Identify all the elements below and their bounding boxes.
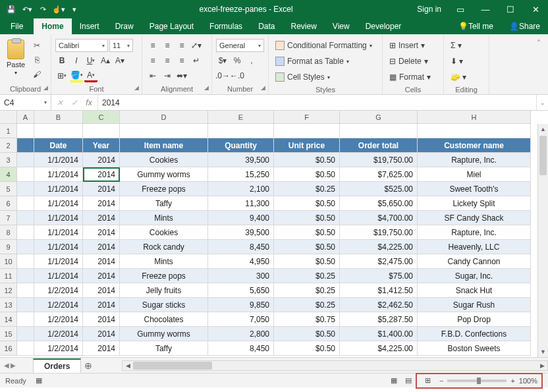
cell[interactable]: $5,650.00 — [340, 196, 418, 211]
cell[interactable]: 1/2/2014 — [34, 312, 83, 327]
cell[interactable]: $19,750.00 — [340, 153, 418, 167]
cell[interactable]: Freeze pops — [120, 182, 208, 196]
row-header-12[interactable]: 12 — [0, 283, 17, 298]
cell[interactable]: $5,287.50 — [340, 312, 418, 327]
horizontal-scrollbar[interactable]: ◀ ▶ — [122, 360, 548, 371]
cell[interactable]: $1,412.50 — [340, 283, 418, 298]
increase-font-icon[interactable]: A▴ — [99, 54, 112, 67]
row-header-4[interactable]: 4 — [0, 167, 17, 182]
cell[interactable]: Sugar sticks — [120, 298, 208, 312]
paste-button[interactable]: Paste ▾ — [4, 37, 28, 84]
align-bottom-icon[interactable]: ≡ — [175, 39, 188, 52]
cell[interactable]: Sugar, Inc. — [418, 269, 531, 283]
cell[interactable]: $7,625.00 — [340, 167, 418, 182]
tab-page-layout[interactable]: Page Layout — [142, 18, 202, 34]
page-layout-view-icon[interactable]: ▤ — [401, 375, 416, 387]
bold-button[interactable]: B — [55, 54, 68, 67]
cut-icon[interactable]: ✂ — [30, 40, 43, 51]
cell[interactable]: 2,800 — [208, 327, 274, 341]
col-header-C[interactable]: C — [83, 111, 120, 124]
cell[interactable]: Cookies — [120, 153, 208, 167]
cell[interactable] — [120, 124, 208, 138]
cell[interactable] — [17, 124, 34, 138]
cell[interactable]: Order total — [340, 138, 418, 153]
currency-icon[interactable]: $▾ — [216, 54, 229, 67]
cell[interactable]: $0.25 — [274, 298, 340, 312]
row-header-10[interactable]: 10 — [0, 254, 17, 269]
cell[interactable]: Cookies — [120, 225, 208, 240]
sign-in-button[interactable]: Sign in — [410, 0, 448, 18]
cell[interactable]: $0.50 — [274, 254, 340, 269]
cell[interactable]: Mints — [120, 254, 208, 269]
cell[interactable] — [418, 124, 531, 138]
alignment-launcher-icon[interactable]: ◢ — [202, 84, 210, 92]
row-header-6[interactable]: 6 — [0, 196, 17, 211]
cell[interactable]: Rock candy — [120, 240, 208, 254]
page-break-view-icon[interactable]: ⊞ — [421, 375, 435, 387]
tab-draw[interactable]: Draw — [107, 18, 142, 34]
cell[interactable]: 2014 — [83, 182, 120, 196]
cell[interactable]: 8,450 — [208, 341, 274, 356]
cell[interactable]: 2014 — [83, 153, 120, 167]
cell[interactable]: 7,050 — [208, 312, 274, 327]
cell[interactable]: 1/2/2014 — [34, 327, 83, 341]
cell[interactable]: 2014 — [83, 269, 120, 283]
comma-icon[interactable]: , — [245, 54, 258, 67]
cell[interactable]: Heavenly, LLC — [418, 240, 531, 254]
cell[interactable]: $2,475.00 — [340, 254, 418, 269]
cell[interactable]: $0.50 — [274, 211, 340, 225]
cell[interactable]: Lickety Split — [418, 196, 531, 211]
cell[interactable] — [17, 196, 34, 211]
tab-developer[interactable]: Developer — [358, 18, 410, 34]
cell[interactable]: 4,950 — [208, 254, 274, 269]
normal-view-icon[interactable]: ▦ — [387, 375, 401, 387]
touch-mode-icon[interactable]: ☝▾ — [51, 2, 66, 16]
cell[interactable]: Customer name — [418, 138, 531, 153]
format-as-table-button[interactable]: Format as Table▾ — [273, 54, 378, 69]
collapse-ribbon-icon[interactable]: ˄ — [532, 37, 545, 50]
expand-formula-icon[interactable]: ⌄ — [536, 95, 548, 110]
cell[interactable]: $4,225.00 — [340, 240, 418, 254]
clipboard-launcher-icon[interactable]: ◢ — [41, 84, 49, 92]
tab-insert[interactable]: Insert — [72, 18, 107, 34]
cell[interactable] — [83, 124, 120, 138]
orientation-icon[interactable]: ⤢▾ — [190, 39, 203, 52]
row-header-11[interactable]: 11 — [0, 269, 17, 283]
tab-data[interactable]: Data — [250, 18, 283, 34]
cell[interactable]: $75.00 — [340, 269, 418, 283]
cell[interactable] — [34, 124, 83, 138]
delete-cells-button[interactable]: ⊟ Delete ▾ — [387, 54, 439, 69]
cell[interactable]: Candy Cannon — [418, 254, 531, 269]
align-right-icon[interactable]: ≡ — [175, 54, 188, 67]
underline-button[interactable]: U▾ — [84, 54, 97, 67]
cell[interactable]: 1/1/2014 — [34, 196, 83, 211]
cancel-formula-icon[interactable]: ✕ — [54, 98, 66, 107]
cell[interactable]: $0.50 — [274, 240, 340, 254]
cell[interactable]: Pop Drop — [418, 312, 531, 327]
row-header-8[interactable]: 8 — [0, 225, 17, 240]
cell[interactable] — [340, 124, 418, 138]
cell[interactable]: Date — [34, 138, 83, 153]
number-format-combo[interactable]: General▾ — [216, 39, 264, 52]
col-header-B[interactable]: B — [34, 111, 83, 124]
autosum-button[interactable]: Σ ▾ — [448, 38, 485, 53]
scroll-down-icon[interactable]: ▼ — [538, 347, 548, 357]
cell[interactable]: 2,100 — [208, 182, 274, 196]
cell[interactable]: 9,400 — [208, 211, 274, 225]
cell[interactable]: 1/2/2014 — [34, 341, 83, 356]
qat-customize-icon[interactable]: ▾ — [67, 2, 82, 16]
zoom-level[interactable]: 100% — [519, 377, 537, 385]
clear-button[interactable]: 🧽 ▾ — [448, 70, 485, 84]
tab-formulas[interactable]: Formulas — [202, 18, 250, 34]
cell[interactable]: 2014 — [83, 312, 120, 327]
format-painter-icon[interactable]: 🖌 — [30, 69, 43, 80]
cell[interactable]: Rapture, Inc. — [418, 225, 531, 240]
row-header-9[interactable]: 9 — [0, 240, 17, 254]
percent-icon[interactable]: % — [231, 54, 244, 67]
cell[interactable]: $0.50 — [274, 196, 340, 211]
align-top-icon[interactable]: ≡ — [146, 39, 159, 52]
col-header-A[interactable]: A — [17, 111, 34, 124]
cell[interactable]: Boston Sweets — [418, 341, 531, 356]
cell[interactable]: Taffy — [120, 341, 208, 356]
cell[interactable] — [17, 312, 34, 327]
